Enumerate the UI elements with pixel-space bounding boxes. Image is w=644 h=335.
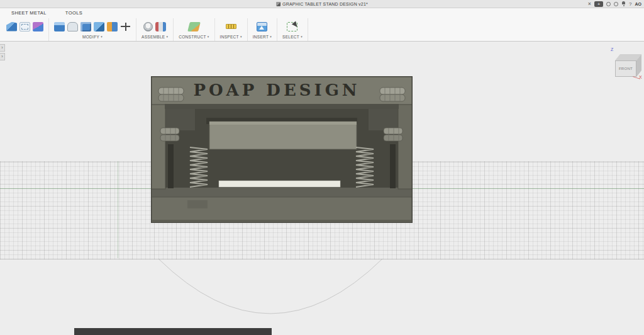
toolbar-group-assemble: ASSEMBLE ▾ — [136, 18, 174, 41]
workspace-tabs: SHEET METAL TOOLS — [0, 8, 644, 18]
chevron-down-icon: ▾ — [301, 35, 303, 38]
split-body-icon[interactable] — [107, 22, 118, 31]
chevron-down-icon: ▾ — [101, 35, 103, 38]
insert-image-icon[interactable] — [257, 22, 267, 31]
construct-label: CONSTRUCT — [179, 35, 206, 39]
titlebar: GRAPHIC TABLET STAND DESIGN v21* × + ? A… — [0, 0, 644, 8]
chevron-down-icon: ▾ — [208, 35, 209, 38]
insert-dropdown[interactable]: INSERT ▾ — [253, 33, 272, 40]
modify-dropdown[interactable]: MODIFY ▾ — [82, 33, 103, 40]
press-pull-icon[interactable] — [54, 22, 65, 31]
select-dropdown[interactable]: SELECT ▾ — [282, 33, 303, 40]
construct-icons — [189, 20, 199, 33]
titlebar-actions: × + ? AO — [588, 0, 641, 8]
chevron-down-icon: ▾ — [270, 35, 272, 38]
sync-circle-icon[interactable] — [614, 2, 618, 6]
inspect-dropdown[interactable]: INSPECT ▾ — [220, 33, 242, 40]
hinge-top-right[interactable] — [380, 88, 405, 101]
combine-icon[interactable] — [94, 22, 104, 31]
help-icon[interactable]: ? — [629, 1, 631, 7]
new-component-icon[interactable] — [143, 22, 153, 31]
view-cube-front-face[interactable]: FRONT — [615, 60, 636, 77]
flange-icon[interactable] — [6, 22, 17, 31]
axis-z-label: Z — [611, 47, 613, 52]
toolbar-group-insert: INSERT ▾ — [248, 18, 277, 41]
chevron-down-icon: ▾ — [166, 35, 168, 38]
toolbar-group-construct: CONSTRUCT ▾ — [174, 18, 214, 41]
measure-icon[interactable] — [226, 24, 236, 29]
inspect-icons — [226, 20, 236, 33]
new-body-icon[interactable] — [33, 22, 43, 31]
construct-plane-icon[interactable] — [187, 22, 201, 31]
create-icons — [6, 20, 43, 33]
select-cursor-icon[interactable] — [287, 22, 297, 31]
model-engraving-text: POAP DESIGN — [193, 81, 360, 99]
chevron-down-icon: ▾ — [240, 35, 242, 38]
toolbar-group-create — [1, 18, 49, 41]
shell-icon[interactable] — [80, 22, 91, 31]
toolbar-group-modify: MODIFY ▾ — [49, 18, 136, 41]
status-circle-icon[interactable] — [606, 2, 611, 6]
modify-icons — [54, 20, 131, 33]
toolbar: MODIFY ▾ ASSEMBLE ▾ CONSTRUCT ▾ INSPECT … — [0, 18, 644, 42]
viewport-3d[interactable]: POAP DESIGN FRONT Z X › › — [0, 42, 644, 335]
joint-icon[interactable] — [155, 22, 166, 31]
hinge-top-left[interactable] — [158, 88, 184, 101]
fillet-icon[interactable] — [67, 22, 78, 31]
construct-dropdown[interactable]: CONSTRUCT ▾ — [179, 33, 209, 40]
assemble-icons — [143, 20, 166, 33]
titlebar-center: GRAPHIC TABLET STAND DESIGN v21* — [276, 0, 368, 8]
model-tablet-stand[interactable]: POAP DESIGN — [151, 76, 413, 223]
modify-label: MODIFY — [82, 35, 99, 39]
toolbar-group-select: SELECT ▾ — [277, 18, 308, 41]
inspect-label: INSPECT — [220, 35, 239, 39]
panel-toggle-browser[interactable]: › — [0, 44, 5, 52]
toolbar-group-inspect: INSPECT ▾ — [215, 18, 248, 41]
assemble-label: ASSEMBLE — [142, 35, 165, 39]
bottom-bar — [74, 328, 272, 335]
panel-toggle-comments[interactable]: › — [0, 53, 5, 60]
view-cube[interactable]: FRONT Z X — [605, 48, 643, 82]
tab-tools[interactable]: TOOLS — [65, 10, 82, 16]
notification-bell-icon[interactable] — [621, 1, 626, 6]
convert-to-sheet-metal-icon[interactable] — [19, 22, 30, 31]
insert-label: INSERT — [253, 35, 269, 39]
select-icons — [287, 20, 297, 33]
close-icon[interactable]: × — [588, 0, 591, 8]
add-button[interactable]: + — [594, 1, 603, 7]
document-title: GRAPHIC TABLET STAND DESIGN v21* — [282, 2, 368, 6]
tab-sheet-metal[interactable]: SHEET METAL — [11, 10, 47, 16]
user-avatar[interactable]: AO — [635, 2, 642, 6]
select-label: SELECT — [282, 35, 299, 39]
app-logo-icon — [276, 2, 280, 6]
insert-icons — [257, 20, 267, 33]
move-icon[interactable] — [120, 22, 131, 31]
assemble-dropdown[interactable]: ASSEMBLE ▾ — [142, 33, 168, 40]
